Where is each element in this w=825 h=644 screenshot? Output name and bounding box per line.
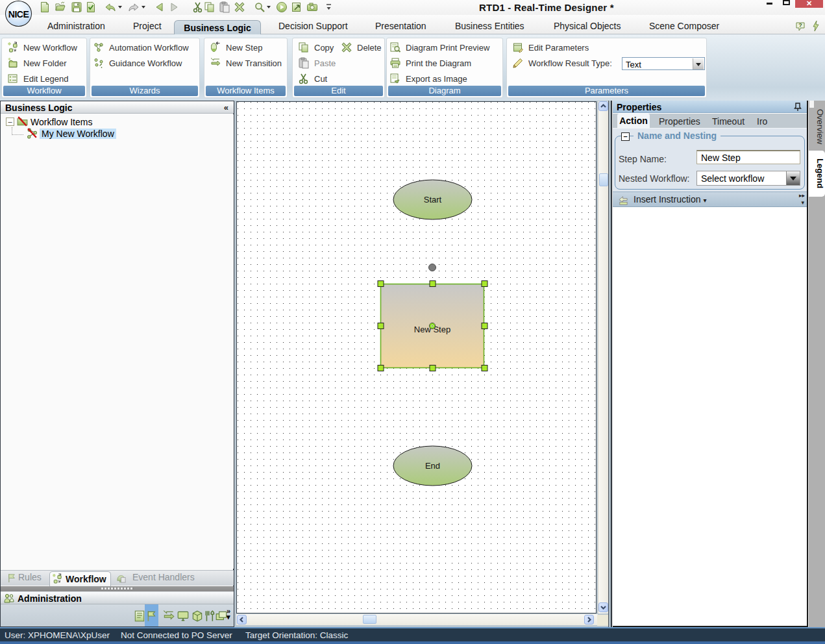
svg-text:End: End <box>425 461 440 471</box>
svg-text:Start: Start <box>424 195 442 204</box>
svg-text:?: ? <box>798 22 802 29</box>
